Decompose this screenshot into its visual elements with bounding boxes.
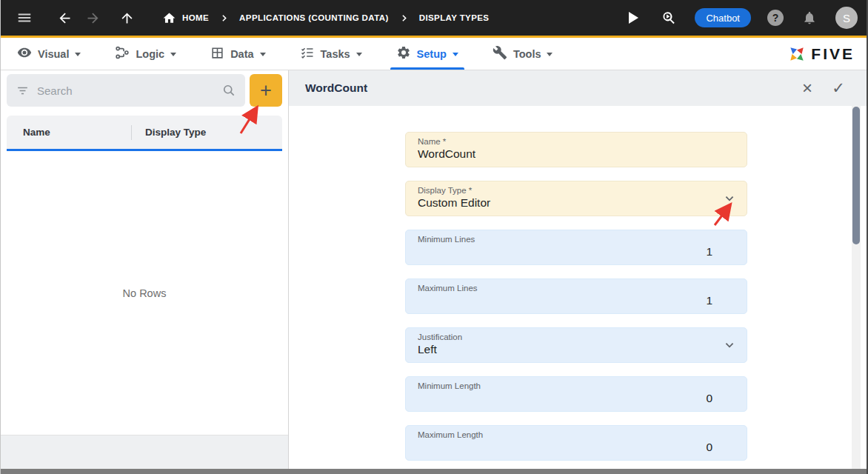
menu-tools[interactable]: Tools <box>493 38 553 70</box>
grid-header: Name Display Type <box>7 116 282 151</box>
run-play-icon[interactable] <box>624 8 643 27</box>
field-value: Custom Editor <box>406 195 747 210</box>
form-body: Name * WordCount Display Type * Custom E… <box>289 106 847 469</box>
field-display-type[interactable]: Display Type * Custom Editor <box>405 181 747 216</box>
gear-icon <box>396 45 411 62</box>
breadcrumb-display-types[interactable]: DISPLAY TYPES <box>419 13 490 22</box>
field-value: 0 <box>406 439 747 454</box>
chevron-down-icon[interactable] <box>721 190 738 210</box>
app-window: HOME APPLICATIONS (COUNTING DATA) DISPLA… <box>0 0 868 474</box>
field-label: Display Type * <box>406 181 747 195</box>
close-icon[interactable]: × <box>797 78 818 99</box>
menu-visual[interactable]: Visual <box>17 38 81 70</box>
main-area: + Name Display Type No Rows WordCount × … <box>1 70 867 469</box>
user-avatar[interactable]: S <box>835 7 858 29</box>
notifications-bell-icon[interactable] <box>800 8 819 27</box>
records-panel: + Name Display Type No Rows <box>1 70 289 469</box>
home-icon[interactable] <box>161 8 176 27</box>
help-icon[interactable]: ? <box>767 10 784 26</box>
save-check-icon[interactable]: ✓ <box>828 78 849 99</box>
field-value: Left <box>406 341 747 356</box>
menu-setup[interactable]: Setup <box>396 38 458 70</box>
forward-arrow-icon[interactable] <box>83 8 102 27</box>
form-panel: WordCount × ✓ Name * WordCount Display T… <box>289 70 867 469</box>
wrench-icon <box>493 45 507 62</box>
field-maximum-length[interactable]: Maximum Length 0 <box>405 425 747 461</box>
chevron-down-icon <box>260 53 266 56</box>
menu-label: Tasks <box>321 48 350 60</box>
five-logo-mark <box>787 44 807 64</box>
grid-footer <box>1 435 288 469</box>
search-icon <box>221 83 236 98</box>
form-header: WordCount × ✓ <box>289 70 867 106</box>
search-preview-icon[interactable] <box>659 8 678 27</box>
field-maximum-lines[interactable]: Maximum Lines 1 <box>405 278 747 314</box>
table-icon <box>210 46 224 62</box>
field-name[interactable]: Name * WordCount <box>405 132 747 167</box>
menu-tasks[interactable]: Tasks <box>300 38 362 70</box>
back-arrow-icon[interactable] <box>55 8 74 27</box>
field-label: Maximum Length <box>406 426 747 439</box>
menu-label: Data <box>230 48 253 60</box>
hamburger-menu-icon[interactable] <box>15 8 34 27</box>
field-value: 0 <box>406 390 747 405</box>
up-arrow-icon[interactable] <box>117 8 136 27</box>
menu-label: Visual <box>38 48 69 60</box>
vertical-scrollbar-thumb[interactable] <box>852 107 860 244</box>
chevron-down-icon <box>170 53 176 56</box>
column-header-name[interactable]: Name <box>7 127 131 138</box>
grid-body: No Rows <box>1 151 288 435</box>
column-header-display-type[interactable]: Display Type <box>132 127 206 138</box>
add-record-button[interactable]: + <box>250 74 282 107</box>
chevron-right-icon <box>219 13 229 23</box>
chevron-right-icon <box>399 13 409 23</box>
breadcrumb: HOME <box>161 8 209 27</box>
field-justification[interactable]: Justification Left <box>405 327 747 363</box>
field-label: Name * <box>406 133 747 146</box>
chatbot-button[interactable]: Chatbot <box>695 8 751 27</box>
field-minimum-lines[interactable]: Minimum Lines 1 <box>405 230 747 265</box>
horizontal-scrollbar[interactable] <box>0 469 868 474</box>
chevron-down-icon <box>547 53 552 56</box>
workflow-icon <box>115 45 130 62</box>
chevron-down-icon <box>453 53 458 56</box>
chevron-down-icon[interactable] <box>721 337 738 356</box>
menu-label: Logic <box>136 48 164 60</box>
empty-state-text: No Rows <box>123 287 167 299</box>
menubar: Visual Logic Data Tasks <box>1 38 867 70</box>
search-row: + <box>7 74 282 107</box>
form-fields: Name * WordCount Display Type * Custom E… <box>405 132 747 461</box>
menu-data[interactable]: Data <box>210 38 265 70</box>
menu-logic[interactable]: Logic <box>115 38 176 70</box>
topbar: HOME APPLICATIONS (COUNTING DATA) DISPLA… <box>0 0 868 36</box>
breadcrumb-home[interactable]: HOME <box>182 13 209 22</box>
search-input[interactable] <box>37 84 214 97</box>
chevron-down-icon <box>356 53 362 56</box>
field-label: Maximum Lines <box>406 279 747 293</box>
vertical-scrollbar-track[interactable] <box>852 106 861 469</box>
field-label: Minimum Length <box>406 377 747 390</box>
five-logo: FIVE <box>787 38 855 70</box>
chevron-down-icon <box>75 53 81 56</box>
five-logo-text: FIVE <box>811 45 855 63</box>
field-label: Minimum Lines <box>406 230 747 244</box>
field-minimum-length[interactable]: Minimum Length 0 <box>405 376 747 412</box>
form-title: WordCount <box>305 81 797 95</box>
menu-label: Tools <box>513 48 541 60</box>
breadcrumb-applications[interactable]: APPLICATIONS (COUNTING DATA) <box>239 13 389 22</box>
menu-label: Setup <box>417 48 447 60</box>
field-label: Justification <box>406 328 747 341</box>
search-box[interactable] <box>7 74 245 107</box>
filter-icon[interactable] <box>16 84 30 98</box>
field-value: 1 <box>406 244 747 258</box>
checklist-icon <box>300 45 315 62</box>
field-value: 1 <box>406 293 747 307</box>
eye-icon <box>17 45 32 62</box>
field-value: WordCount <box>406 146 747 161</box>
